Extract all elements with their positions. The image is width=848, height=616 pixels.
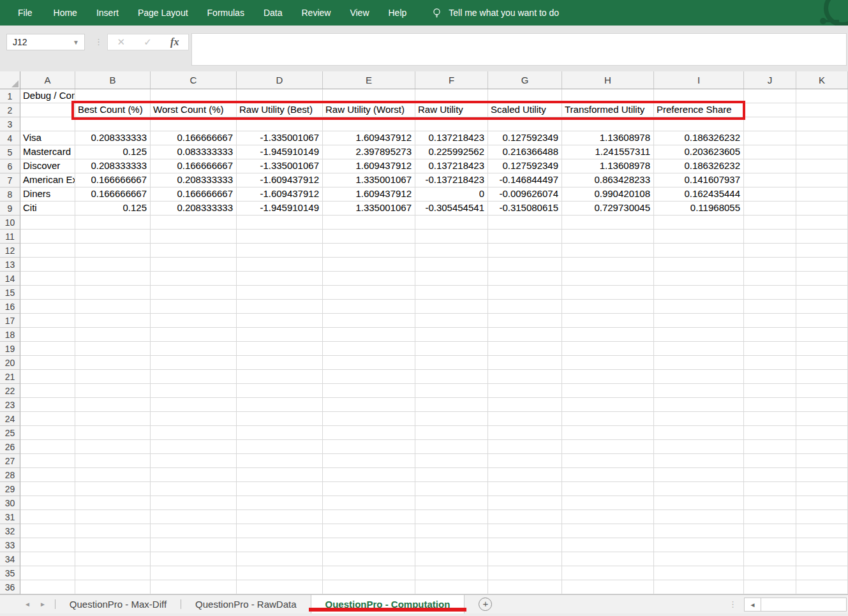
cell-K5[interactable] (796, 145, 848, 159)
row-header-9[interactable]: 9 (0, 202, 20, 216)
row-header-11[interactable]: 11 (0, 230, 20, 244)
cell-F22[interactable] (415, 384, 488, 398)
cell-B28[interactable] (75, 468, 151, 482)
cell-I6[interactable]: 0.186326232 (654, 159, 744, 173)
cell-E32[interactable] (323, 524, 415, 538)
row-header-16[interactable]: 16 (0, 300, 20, 314)
cell-H25[interactable] (562, 426, 654, 440)
cell-B3[interactable] (75, 117, 151, 131)
cell-I27[interactable] (654, 454, 744, 468)
menu-review[interactable]: Review (292, 0, 341, 26)
cell-E16[interactable] (323, 300, 415, 314)
cell-K15[interactable] (796, 286, 848, 300)
cell-G27[interactable] (488, 454, 562, 468)
cell-I11[interactable] (654, 230, 744, 244)
cell-C7[interactable]: 0.208333333 (151, 173, 237, 187)
tell-me-search[interactable]: Tell me what you want to do (431, 8, 559, 18)
cell-A6[interactable]: Discover (20, 159, 75, 173)
cell-J3[interactable] (744, 117, 796, 131)
row-header-24[interactable]: 24 (0, 412, 20, 426)
cell-H33[interactable] (562, 538, 654, 552)
cell-A9[interactable]: Citi (20, 202, 75, 216)
sheet-nav-left-icon[interactable]: ◄ (24, 601, 31, 608)
cell-B15[interactable] (75, 286, 151, 300)
cell-A35[interactable] (20, 566, 75, 580)
cell-H36[interactable] (562, 580, 654, 594)
cell-I29[interactable] (654, 482, 744, 496)
cell-D23[interactable] (237, 398, 323, 412)
cell-G33[interactable] (488, 538, 562, 552)
row-header-36[interactable]: 36 (0, 580, 20, 594)
cell-G15[interactable] (488, 286, 562, 300)
row-header-6[interactable]: 6 (0, 159, 20, 173)
cell-E7[interactable]: 1.335001067 (323, 173, 415, 187)
cell-I36[interactable] (654, 580, 744, 594)
cell-B21[interactable] (75, 370, 151, 384)
cell-G3[interactable] (488, 117, 562, 131)
cell-J14[interactable] (744, 272, 796, 286)
cell-E13[interactable] (323, 258, 415, 272)
scrollbar-track[interactable] (761, 598, 847, 612)
row-header-21[interactable]: 21 (0, 370, 20, 384)
row-header-22[interactable]: 22 (0, 384, 20, 398)
column-header-D[interactable]: D (237, 71, 323, 89)
cell-F9[interactable]: -0.305454541 (415, 202, 488, 216)
menu-formulas[interactable]: Formulas (198, 0, 254, 26)
cell-B17[interactable] (75, 314, 151, 328)
cell-D13[interactable] (237, 258, 323, 272)
row-header-10[interactable]: 10 (0, 216, 20, 230)
cell-K25[interactable] (796, 426, 848, 440)
cell-A1[interactable]: Debug / Computation Values (20, 89, 75, 103)
cell-G25[interactable] (488, 426, 562, 440)
cell-C12[interactable] (151, 244, 237, 258)
cell-K8[interactable] (796, 187, 848, 202)
cell-K6[interactable] (796, 159, 848, 173)
row-header-15[interactable]: 15 (0, 286, 20, 300)
cell-I17[interactable] (654, 314, 744, 328)
cell-G36[interactable] (488, 580, 562, 594)
row-header-27[interactable]: 27 (0, 454, 20, 468)
cell-C33[interactable] (151, 538, 237, 552)
cell-K23[interactable] (796, 398, 848, 412)
column-header-K[interactable]: K (796, 71, 848, 89)
cell-K19[interactable] (796, 342, 848, 356)
cell-D2[interactable]: Raw Utility (Best) (237, 103, 323, 117)
cell-J7[interactable] (744, 173, 796, 187)
cell-H4[interactable]: 1.13608978 (562, 131, 654, 145)
cell-E2[interactable]: Raw Utility (Worst) (323, 103, 415, 117)
cell-E4[interactable]: 1.609437912 (323, 131, 415, 145)
cell-F24[interactable] (415, 412, 488, 426)
cell-J28[interactable] (744, 468, 796, 482)
cell-I32[interactable] (654, 524, 744, 538)
cell-D34[interactable] (237, 552, 323, 566)
cell-I34[interactable] (654, 552, 744, 566)
scroll-left-icon[interactable]: ◄ (744, 598, 761, 612)
cell-E33[interactable] (323, 538, 415, 552)
cell-H12[interactable] (562, 244, 654, 258)
cell-B7[interactable]: 0.166666667 (75, 173, 151, 187)
cell-C2[interactable]: Worst Count (%) (151, 103, 237, 117)
cell-E26[interactable] (323, 440, 415, 454)
cancel-icon[interactable]: ✕ (117, 36, 126, 48)
cell-F7[interactable]: -0.137218423 (415, 173, 488, 187)
cell-C29[interactable] (151, 482, 237, 496)
horizontal-scrollbar[interactable]: ◄ (744, 598, 847, 612)
cell-G5[interactable]: 0.216366488 (488, 145, 562, 159)
cell-B27[interactable] (75, 454, 151, 468)
cell-J25[interactable] (744, 426, 796, 440)
cell-B13[interactable] (75, 258, 151, 272)
row-header-3[interactable]: 3 (0, 117, 20, 131)
cell-A17[interactable] (20, 314, 75, 328)
cell-A13[interactable] (20, 258, 75, 272)
cell-F3[interactable] (415, 117, 488, 131)
cell-D33[interactable] (237, 538, 323, 552)
cell-C14[interactable] (151, 272, 237, 286)
formula-input[interactable] (191, 33, 847, 66)
cell-K3[interactable] (796, 117, 848, 131)
cell-J32[interactable] (744, 524, 796, 538)
cell-G12[interactable] (488, 244, 562, 258)
cell-I28[interactable] (654, 468, 744, 482)
cell-G4[interactable]: 0.127592349 (488, 131, 562, 145)
cell-C13[interactable] (151, 258, 237, 272)
cell-A32[interactable] (20, 524, 75, 538)
